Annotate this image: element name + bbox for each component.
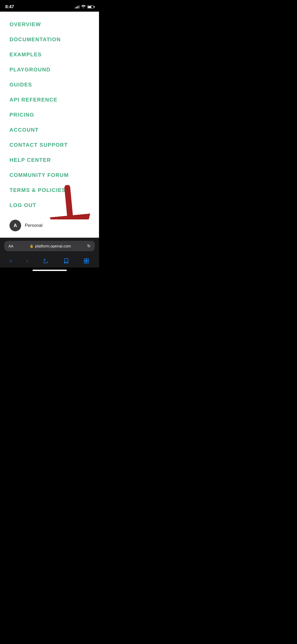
user-section[interactable]: A Personal (0, 215, 99, 238)
nav-item-pricing[interactable]: PRICING (0, 107, 99, 122)
share-button[interactable] (39, 256, 53, 266)
url-section: 🔒 platform.openai.com (16, 244, 84, 248)
nav-item-playground[interactable]: PLAYGROUND (0, 62, 99, 77)
tabs-button[interactable] (79, 256, 93, 266)
nav-item-help-center[interactable]: HELP CENTER (0, 153, 99, 168)
url-display: platform.openai.com (35, 244, 71, 248)
home-indicator (0, 268, 99, 273)
bookmarks-button[interactable] (59, 256, 73, 266)
nav-item-examples[interactable]: EXAMPLES (0, 47, 99, 62)
text-size-control[interactable]: AA (8, 244, 13, 248)
status-bar: 8:47 (0, 0, 99, 12)
nav-item-log-out[interactable]: LOG OUT (0, 198, 99, 213)
wifi-icon (81, 5, 86, 9)
svg-rect-3 (86, 259, 88, 261)
lock-icon: 🔒 (30, 244, 34, 248)
home-bar (32, 270, 67, 271)
status-time: 8:47 (5, 4, 14, 10)
nav-item-guides[interactable]: GUIDES (0, 77, 99, 92)
browser-bar-area: AA 🔒 platform.openai.com ↻ (0, 238, 99, 253)
signal-icon (75, 5, 80, 8)
nav-item-contact-support[interactable]: CONTACT SUPPORT (0, 137, 99, 153)
nav-item-overview[interactable]: OVERVIEW (0, 17, 99, 32)
user-section-wrapper: A Personal (0, 215, 99, 238)
nav-item-terms-policies[interactable]: TERMS & POLICIES (0, 183, 99, 198)
main-content: OVERVIEWDOCUMENTATIONEXAMPLESPLAYGROUNDG… (0, 12, 99, 238)
nav-item-community-forum[interactable]: COMMUNITY FORUM (0, 168, 99, 183)
reload-icon[interactable]: ↻ (87, 243, 91, 249)
nav-menu: OVERVIEWDOCUMENTATIONEXAMPLESPLAYGROUNDG… (0, 12, 99, 215)
nav-item-api-reference[interactable]: API REFERENCE (0, 92, 99, 107)
svg-rect-5 (86, 261, 88, 263)
svg-rect-4 (84, 261, 86, 263)
nav-item-account[interactable]: ACCOUNT (0, 122, 99, 137)
forward-button[interactable]: › (22, 255, 32, 266)
svg-rect-2 (84, 259, 86, 261)
nav-item-documentation[interactable]: DOCUMENTATION (0, 32, 99, 47)
avatar: A (10, 220, 21, 231)
address-bar[interactable]: AA 🔒 platform.openai.com ↻ (4, 241, 95, 251)
back-button[interactable]: ‹ (6, 255, 16, 266)
status-icons (75, 5, 94, 9)
battery-icon (87, 5, 94, 8)
user-name: Personal (25, 223, 43, 228)
browser-nav: ‹ › (0, 253, 99, 268)
